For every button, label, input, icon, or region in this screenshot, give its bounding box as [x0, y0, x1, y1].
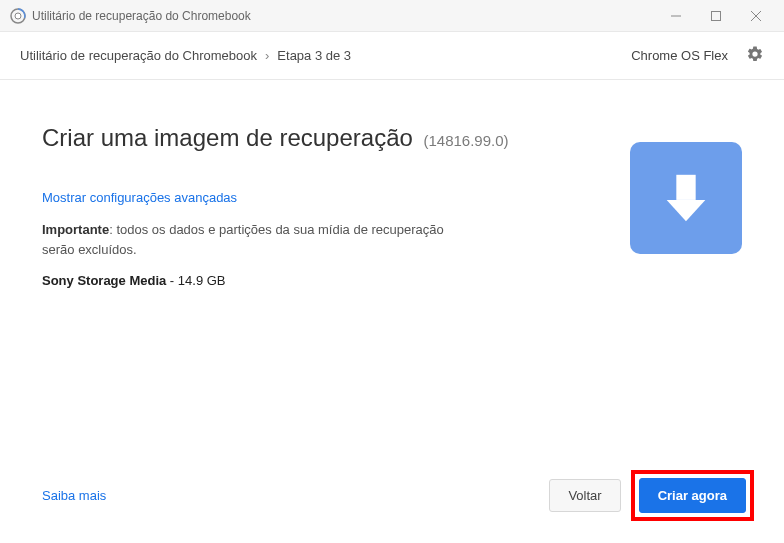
app-icon — [10, 8, 26, 24]
breadcrumb-app: Utilitário de recuperação do Chromebook — [20, 48, 257, 63]
warning-bold: Importante — [42, 222, 109, 237]
back-button[interactable]: Voltar — [549, 479, 620, 512]
window-title: Utilitário de recuperação do Chromebook — [32, 9, 656, 23]
os-name-label: Chrome OS Flex — [631, 48, 728, 63]
svg-rect-6 — [676, 175, 695, 200]
create-now-button[interactable]: Criar agora — [639, 478, 746, 513]
warning-text: Importante: todos os dados e partições d… — [42, 220, 452, 259]
breadcrumb-separator: › — [265, 48, 269, 63]
window-titlebar: Utilitário de recuperação do Chromebook — [0, 0, 784, 32]
heading-text: Criar uma imagem de recuperação — [42, 124, 413, 151]
gear-icon[interactable] — [746, 45, 764, 66]
main-content: Criar uma imagem de recuperação (14816.9… — [0, 80, 784, 543]
version-label: (14816.99.0) — [424, 132, 509, 149]
maximize-button[interactable] — [696, 0, 736, 32]
advanced-settings-link[interactable]: Mostrar configurações avançadas — [42, 190, 237, 205]
learn-more-link[interactable]: Saiba mais — [42, 488, 106, 503]
breadcrumb-bar: Utilitário de recuperação do Chromebook … — [0, 32, 784, 80]
svg-point-1 — [15, 13, 21, 19]
annotation-highlight: Criar agora — [631, 470, 754, 521]
window-controls — [656, 0, 776, 32]
close-button[interactable] — [736, 0, 776, 32]
breadcrumb-step: Etapa 3 de 3 — [277, 48, 351, 63]
minimize-button[interactable] — [656, 0, 696, 32]
svg-marker-7 — [667, 200, 706, 221]
svg-rect-3 — [712, 11, 721, 20]
media-size: 14.9 GB — [178, 273, 226, 288]
download-icon — [630, 142, 742, 254]
media-name: Sony Storage Media — [42, 273, 166, 288]
media-info: Sony Storage Media - 14.9 GB — [42, 273, 742, 288]
footer-bar: Saiba mais Voltar Criar agora — [42, 470, 754, 521]
media-separator: - — [166, 273, 178, 288]
